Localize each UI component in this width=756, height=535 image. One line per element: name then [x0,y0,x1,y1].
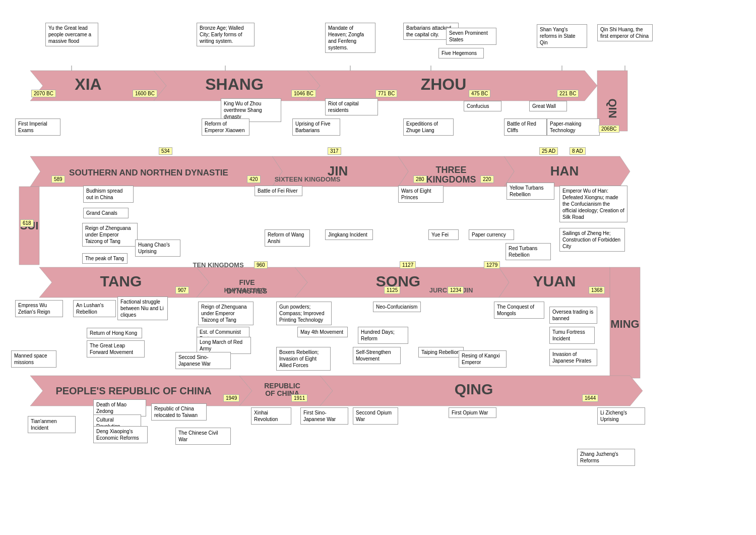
note-box: The Chinese Civil War [175,428,231,445]
svg-text:QIN: QIN [606,98,619,118]
note-box: Expeditions of Zhuge Liang [403,118,454,136]
note-box: The Great Leap Forward Movement [87,340,145,358]
year-label: 25 AD [539,147,558,155]
note-box: First Sino-Japanese War [300,407,348,425]
svg-text:REPUBLIC: REPUBLIC [264,382,300,390]
note-box: Oversea trading is banned [549,307,597,324]
year-label: 1046 BC [291,90,316,97]
note-box: Yellow Turbans Rebellion [507,183,554,200]
note-box: Paper-making Technology [547,118,600,136]
year-label: 220 [480,175,494,183]
year-label: 206BC [599,125,619,133]
svg-text:TANG: TANG [100,273,142,289]
svg-text:THREE: THREE [435,165,466,175]
note-box: An Lushan's Rebellion [73,300,116,317]
svg-text:HAN: HAN [550,163,579,179]
svg-text:XIA: XIA [75,75,101,93]
note-box: Invasion of Japanese Pirates [549,349,597,366]
note-box: Uprising of Five Barbarians [292,118,340,136]
note-box: First Imperial Exams [15,118,60,136]
note-box: Boxers Rebellion; Invasion of Eight Alli… [276,347,331,371]
note-box: Reform of Emperor Xiaowen [202,118,249,136]
note-box: Seccond Opium War [353,407,398,425]
year-label: 907 [175,286,189,294]
note-box: Red Turbans Rebellion [506,243,551,260]
year-label: 1911 [291,394,307,402]
note-box: Huang Chao's Uprising [135,240,180,257]
svg-text:FIVE: FIVE [239,278,255,286]
year-label: 1644 [582,394,598,402]
note-box: The peak of Tang [82,253,128,264]
sub-dynasty-label: KHITAN LIAO [210,286,280,294]
note-box: Emperor Wu of Han: Defeated Xiongnu; mad… [559,186,627,222]
note-box: Five Hegemons [438,48,484,58]
note-box: Seccod Sino-Japanese War [175,352,231,369]
note-box: Taiping Rebellion [418,347,464,358]
note-box: Republic of China relocated to Taiwan [151,403,207,421]
year-label: 1234 [448,286,464,294]
note-box: Self-Strengthen Movement [353,347,401,364]
note-box: Battle of Fei River [255,186,302,196]
svg-text:QING: QING [455,381,493,397]
year-label: 475 BC [469,90,490,97]
year-label: 280 [413,175,427,183]
note-box: Jingkang Incident [325,229,373,240]
note-box: Resing of Kangxi Emperor [459,350,507,368]
note-box: Deng Xiaoping's Economic Reforms [93,426,148,443]
year-label: 1125 [384,286,400,294]
note-box: Yue Fei [428,229,459,240]
note-box: Confucius [464,101,501,111]
svg-text:ZHOU: ZHOU [421,75,467,93]
note-box: Grand Canals [83,208,129,218]
year-label: 1279 [484,261,500,269]
note-box: Reign of Zhenguana under Emperor Taizong… [82,223,138,247]
svg-text:PEOPLE'S REPUBLIC OF CHINA: PEOPLE'S REPUBLIC OF CHINA [55,385,211,396]
year-label: 1949 [223,394,239,402]
note-box: The Conquest of Mongols [494,302,544,319]
note-box: Reign of Zhenguana under Emperor Taizong… [198,302,254,325]
year-label: 1600 BC [133,90,157,97]
sub-dynasty-label: SIXTEEN KINGDOMS [267,175,348,183]
note-box: Bronze Age; Walled City; Early forms of … [197,23,255,46]
note-box: Zhang Juzheng's Reforms [577,449,635,466]
timeline-container: XIA SHANG ZHOU QIN HAN THREE KINGDOMS JI… [0,0,756,535]
note-box: Great Wall [529,101,567,111]
svg-text:KINGDOMS: KINGDOMS [426,174,476,185]
note-box: Seven Prominent States [446,28,496,45]
note-box: Budhism spread out in China [83,186,134,203]
year-label: 2070 BC [31,90,56,97]
note-box: Gun powders; Compass; Improved Printing … [276,302,332,325]
year-label: 317 [328,147,341,155]
svg-text:MING: MING [610,318,639,330]
note-box: Factional struggle between Niu and Li cl… [117,296,168,320]
note-box: Tian'anmen Incident [28,416,76,433]
note-box: Empress Wu Zetian's Reign [15,300,63,317]
note-box: Manned space missions [11,350,56,368]
note-box: Qin Shi Huang, the first emperor of Chin… [597,24,653,41]
note-box: Sailings of Zheng He; Construction of Fo… [559,228,625,252]
note-box: Xinhai Revolution [251,407,291,425]
note-box: Long March of Red Army [197,337,251,354]
note-box: Yu the Great lead people overcame a mass… [45,23,98,46]
year-label: 1127 [400,261,416,269]
year-label: 1368 [589,286,605,294]
year-label: 618 [20,219,34,227]
note-box: Hundred Days; Reform [358,327,408,344]
svg-text:YUAN: YUAN [533,273,576,289]
year-label: 420 [247,175,261,183]
note-box: Li Zicheng's Uprising [597,407,645,425]
note-box: Wars of Eight Princes [398,186,444,203]
note-box: Neo-Confucianism [373,302,421,312]
note-box: Mandate of Heaven; Zongfa and Fenfeng sy… [325,23,375,53]
year-label: 589 [51,175,65,183]
year-label: 8 AD [570,147,586,155]
svg-text:SHANG: SHANG [205,75,264,93]
note-box: Reform of Wang Anshi [265,229,310,247]
note-box: Shan Yang's reforms in State Qin [537,24,587,48]
note-box: May 4th Movement [297,327,348,337]
note-box: Paper currency [469,229,514,240]
note-box: Tumu Fortress Incident [549,327,595,344]
note-box: Battle of Red Cliffs [504,118,547,136]
note-box: First Opium War [449,407,496,418]
year-label: 534 [159,147,172,155]
